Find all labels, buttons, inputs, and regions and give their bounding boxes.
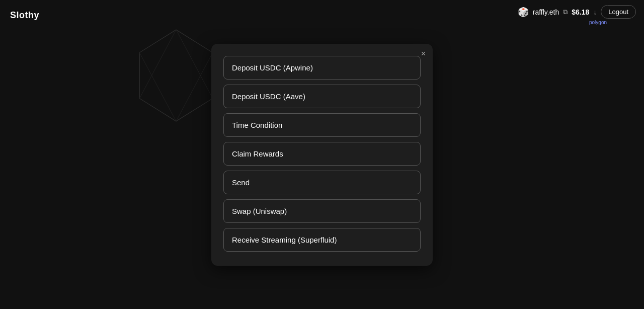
modal-close-button[interactable]: × — [421, 50, 426, 58]
modal-item-2[interactable]: Time Condition — [223, 113, 421, 137]
modal: × Deposit USDC (Apwine) Deposit USDC (Aa… — [211, 44, 433, 266]
modal-item-1[interactable]: Deposit USDC (Aave) — [223, 85, 421, 108]
modal-item-6[interactable]: Receive Streaming (Superfluid) — [223, 228, 421, 252]
modal-item-0[interactable]: Deposit USDC (Apwine) — [223, 56, 421, 80]
modal-item-4[interactable]: Send — [223, 171, 421, 194]
modal-overlay: × Deposit USDC (Apwine) Deposit USDC (Aa… — [0, 0, 644, 309]
modal-item-5[interactable]: Swap (Uniswap) — [223, 199, 421, 223]
modal-item-3[interactable]: Claim Rewards — [223, 142, 421, 166]
